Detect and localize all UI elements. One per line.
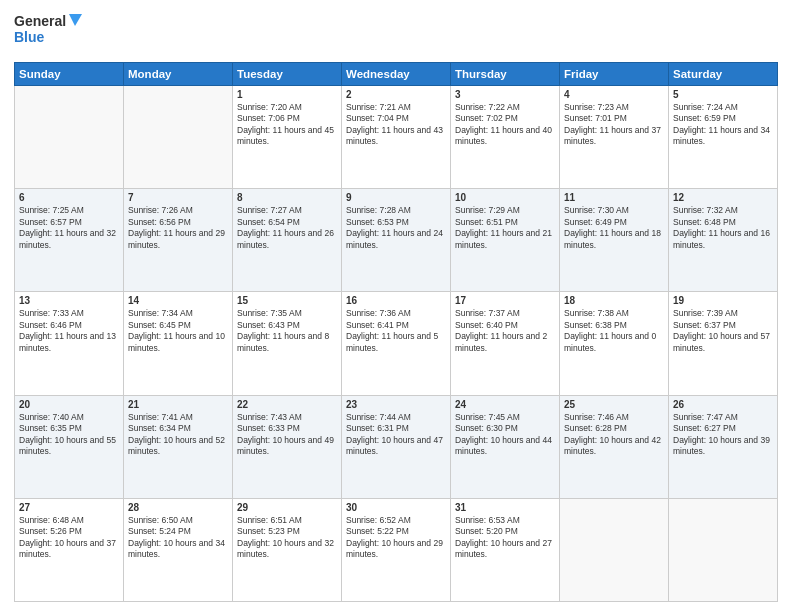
- day-cell: 28Sunrise: 6:50 AMSunset: 5:24 PMDayligh…: [124, 498, 233, 601]
- calendar-table: SundayMondayTuesdayWednesdayThursdayFrid…: [14, 62, 778, 602]
- day-number: 10: [455, 192, 555, 203]
- day-number: 29: [237, 502, 337, 513]
- day-info: Sunrise: 6:51 AMSunset: 5:23 PMDaylight:…: [237, 515, 337, 561]
- header-row: SundayMondayTuesdayWednesdayThursdayFrid…: [15, 63, 778, 86]
- day-info: Sunrise: 7:43 AMSunset: 6:33 PMDaylight:…: [237, 412, 337, 458]
- day-number: 5: [673, 89, 773, 100]
- day-cell: 31Sunrise: 6:53 AMSunset: 5:20 PMDayligh…: [451, 498, 560, 601]
- day-header-saturday: Saturday: [669, 63, 778, 86]
- day-number: 8: [237, 192, 337, 203]
- day-info: Sunrise: 7:39 AMSunset: 6:37 PMDaylight:…: [673, 308, 773, 354]
- day-cell: 26Sunrise: 7:47 AMSunset: 6:27 PMDayligh…: [669, 395, 778, 498]
- day-info: Sunrise: 7:25 AMSunset: 6:57 PMDaylight:…: [19, 205, 119, 251]
- day-number: 16: [346, 295, 446, 306]
- day-info: Sunrise: 7:29 AMSunset: 6:51 PMDaylight:…: [455, 205, 555, 251]
- day-number: 25: [564, 399, 664, 410]
- day-number: 7: [128, 192, 228, 203]
- day-number: 31: [455, 502, 555, 513]
- day-cell: 14Sunrise: 7:34 AMSunset: 6:45 PMDayligh…: [124, 292, 233, 395]
- day-cell: 7Sunrise: 7:26 AMSunset: 6:56 PMDaylight…: [124, 189, 233, 292]
- day-number: 24: [455, 399, 555, 410]
- day-cell: 27Sunrise: 6:48 AMSunset: 5:26 PMDayligh…: [15, 498, 124, 601]
- day-info: Sunrise: 7:40 AMSunset: 6:35 PMDaylight:…: [19, 412, 119, 458]
- day-header-tuesday: Tuesday: [233, 63, 342, 86]
- day-number: 22: [237, 399, 337, 410]
- day-cell: 18Sunrise: 7:38 AMSunset: 6:38 PMDayligh…: [560, 292, 669, 395]
- day-cell: 1Sunrise: 7:20 AMSunset: 7:06 PMDaylight…: [233, 86, 342, 189]
- day-number: 23: [346, 399, 446, 410]
- day-info: Sunrise: 7:33 AMSunset: 6:46 PMDaylight:…: [19, 308, 119, 354]
- day-cell: 21Sunrise: 7:41 AMSunset: 6:34 PMDayligh…: [124, 395, 233, 498]
- day-info: Sunrise: 7:34 AMSunset: 6:45 PMDaylight:…: [128, 308, 228, 354]
- day-info: Sunrise: 7:27 AMSunset: 6:54 PMDaylight:…: [237, 205, 337, 251]
- day-header-friday: Friday: [560, 63, 669, 86]
- day-cell: 20Sunrise: 7:40 AMSunset: 6:35 PMDayligh…: [15, 395, 124, 498]
- day-cell: 3Sunrise: 7:22 AMSunset: 7:02 PMDaylight…: [451, 86, 560, 189]
- day-info: Sunrise: 7:38 AMSunset: 6:38 PMDaylight:…: [564, 308, 664, 354]
- day-cell: 12Sunrise: 7:32 AMSunset: 6:48 PMDayligh…: [669, 189, 778, 292]
- day-number: 1: [237, 89, 337, 100]
- day-number: 13: [19, 295, 119, 306]
- day-header-sunday: Sunday: [15, 63, 124, 86]
- day-number: 30: [346, 502, 446, 513]
- day-cell: 30Sunrise: 6:52 AMSunset: 5:22 PMDayligh…: [342, 498, 451, 601]
- week-row-4: 20Sunrise: 7:40 AMSunset: 6:35 PMDayligh…: [15, 395, 778, 498]
- day-cell: [124, 86, 233, 189]
- svg-text:General: General: [14, 13, 66, 29]
- day-number: 26: [673, 399, 773, 410]
- day-cell: 11Sunrise: 7:30 AMSunset: 6:49 PMDayligh…: [560, 189, 669, 292]
- day-info: Sunrise: 7:30 AMSunset: 6:49 PMDaylight:…: [564, 205, 664, 251]
- day-cell: 19Sunrise: 7:39 AMSunset: 6:37 PMDayligh…: [669, 292, 778, 395]
- day-info: Sunrise: 6:50 AMSunset: 5:24 PMDaylight:…: [128, 515, 228, 561]
- day-info: Sunrise: 7:41 AMSunset: 6:34 PMDaylight:…: [128, 412, 228, 458]
- day-number: 20: [19, 399, 119, 410]
- week-row-3: 13Sunrise: 7:33 AMSunset: 6:46 PMDayligh…: [15, 292, 778, 395]
- day-number: 27: [19, 502, 119, 513]
- day-info: Sunrise: 7:46 AMSunset: 6:28 PMDaylight:…: [564, 412, 664, 458]
- day-number: 18: [564, 295, 664, 306]
- day-info: Sunrise: 7:21 AMSunset: 7:04 PMDaylight:…: [346, 102, 446, 148]
- day-number: 4: [564, 89, 664, 100]
- week-row-2: 6Sunrise: 7:25 AMSunset: 6:57 PMDaylight…: [15, 189, 778, 292]
- day-info: Sunrise: 7:26 AMSunset: 6:56 PMDaylight:…: [128, 205, 228, 251]
- day-number: 11: [564, 192, 664, 203]
- day-cell: 2Sunrise: 7:21 AMSunset: 7:04 PMDaylight…: [342, 86, 451, 189]
- day-info: Sunrise: 7:20 AMSunset: 7:06 PMDaylight:…: [237, 102, 337, 148]
- day-info: Sunrise: 7:37 AMSunset: 6:40 PMDaylight:…: [455, 308, 555, 354]
- day-info: Sunrise: 6:53 AMSunset: 5:20 PMDaylight:…: [455, 515, 555, 561]
- day-number: 2: [346, 89, 446, 100]
- day-cell: 29Sunrise: 6:51 AMSunset: 5:23 PMDayligh…: [233, 498, 342, 601]
- day-cell: 9Sunrise: 7:28 AMSunset: 6:53 PMDaylight…: [342, 189, 451, 292]
- day-header-wednesday: Wednesday: [342, 63, 451, 86]
- week-row-1: 1Sunrise: 7:20 AMSunset: 7:06 PMDaylight…: [15, 86, 778, 189]
- day-number: 14: [128, 295, 228, 306]
- week-row-5: 27Sunrise: 6:48 AMSunset: 5:26 PMDayligh…: [15, 498, 778, 601]
- day-number: 15: [237, 295, 337, 306]
- day-cell: 13Sunrise: 7:33 AMSunset: 6:46 PMDayligh…: [15, 292, 124, 395]
- day-number: 28: [128, 502, 228, 513]
- day-info: Sunrise: 7:35 AMSunset: 6:43 PMDaylight:…: [237, 308, 337, 354]
- svg-text:Blue: Blue: [14, 29, 45, 45]
- svg-marker-2: [69, 14, 82, 26]
- day-cell: 23Sunrise: 7:44 AMSunset: 6:31 PMDayligh…: [342, 395, 451, 498]
- day-info: Sunrise: 7:45 AMSunset: 6:30 PMDaylight:…: [455, 412, 555, 458]
- day-cell: 17Sunrise: 7:37 AMSunset: 6:40 PMDayligh…: [451, 292, 560, 395]
- day-cell: [560, 498, 669, 601]
- day-info: Sunrise: 7:44 AMSunset: 6:31 PMDaylight:…: [346, 412, 446, 458]
- day-number: 6: [19, 192, 119, 203]
- day-cell: 24Sunrise: 7:45 AMSunset: 6:30 PMDayligh…: [451, 395, 560, 498]
- day-cell: 25Sunrise: 7:46 AMSunset: 6:28 PMDayligh…: [560, 395, 669, 498]
- day-info: Sunrise: 7:28 AMSunset: 6:53 PMDaylight:…: [346, 205, 446, 251]
- day-cell: 4Sunrise: 7:23 AMSunset: 7:01 PMDaylight…: [560, 86, 669, 189]
- day-header-monday: Monday: [124, 63, 233, 86]
- day-info: Sunrise: 7:47 AMSunset: 6:27 PMDaylight:…: [673, 412, 773, 458]
- logo-svg: General Blue: [14, 10, 84, 54]
- day-info: Sunrise: 7:22 AMSunset: 7:02 PMDaylight:…: [455, 102, 555, 148]
- header: General Blue: [14, 10, 778, 54]
- day-cell: 15Sunrise: 7:35 AMSunset: 6:43 PMDayligh…: [233, 292, 342, 395]
- day-info: Sunrise: 7:24 AMSunset: 6:59 PMDaylight:…: [673, 102, 773, 148]
- day-cell: 22Sunrise: 7:43 AMSunset: 6:33 PMDayligh…: [233, 395, 342, 498]
- calendar-container: General Blue SundayMondayTuesdayWednesda…: [0, 0, 792, 612]
- day-info: Sunrise: 7:32 AMSunset: 6:48 PMDaylight:…: [673, 205, 773, 251]
- day-cell: 6Sunrise: 7:25 AMSunset: 6:57 PMDaylight…: [15, 189, 124, 292]
